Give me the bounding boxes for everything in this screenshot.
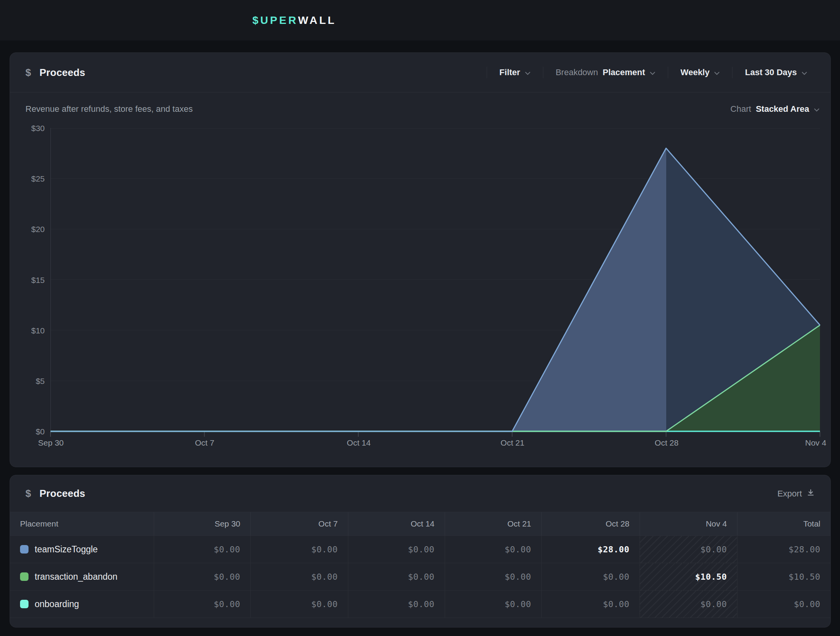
download-icon [806,488,815,499]
value-cell: $0.00 [348,536,445,563]
chart-controls: Filter Breakdown Placement Weekly [487,53,830,92]
value-cell-forecast: $10.50 [640,563,737,591]
table-panel-header: $ Proceeds Export [10,475,830,512]
value-cell: $0.00 [250,591,348,618]
value-cell: $0.00 [250,563,348,591]
col-header-sep30: Sep 30 [154,512,250,536]
y-axis-tick: $5 [13,376,45,386]
placement-name: teamSizeToggle [35,544,98,555]
total-cell: $28.00 [737,536,830,563]
value-cell: $0.00 [445,536,541,563]
breakdown-label: Breakdown [556,67,598,77]
col-header-placement: Placement [10,512,154,536]
chart-panel-header: $ Proceeds Filter Breakdown Placement [10,53,830,93]
y-axis-tick: $25 [13,174,45,184]
topbar: $UPERWALL [0,0,840,40]
superwall-logo: $UPERWALL [252,0,336,40]
dollar-icon: $ [25,488,31,500]
x-axis-tick: Oct 14 [347,438,371,448]
y-axis-tick: $30 [13,123,45,133]
value-cell: $28.00 [541,536,640,563]
chevron-down-icon [801,70,807,77]
value-cell-forecast: $0.00 [640,536,737,563]
placement-name: onboarding [35,599,79,609]
stacked-area-chart[interactable] [50,128,820,437]
value-cell: $0.00 [445,591,541,618]
value-cell-forecast: $0.00 [640,591,737,618]
total-cell: $0.00 [737,591,830,618]
placement-cell: onboarding [10,591,154,618]
chevron-down-icon [714,70,720,77]
export-label: Export [777,489,802,499]
col-header-total: Total [737,512,830,536]
y-axis-tick: $0 [13,427,45,437]
chevron-down-icon [650,70,655,77]
col-header-oct7: Oct 7 [250,512,348,536]
y-axis-tick: $15 [13,275,45,285]
logo-prefix: $UPER [252,14,298,27]
value-cell: $0.00 [154,591,250,618]
value-cell: $0.00 [154,563,250,591]
col-header-nov4: Nov 4 [640,512,737,536]
dollar-icon: $ [25,67,31,79]
interval-dropdown[interactable]: Weekly [668,53,732,92]
y-axis-tick: $10 [13,326,45,336]
chart-subtitle: Revenue after refunds, store fees, and t… [25,104,193,114]
proceeds-chart-panel: $ Proceeds Filter Breakdown Placement [10,52,831,467]
total-cell: $10.50 [737,563,830,591]
value-cell: $0.00 [250,536,348,563]
chart-type-value: Stacked Area [756,104,809,114]
date-range-value: Last 30 Days [745,67,797,77]
col-header-oct21: Oct 21 [445,512,541,536]
series-swatch [20,545,29,554]
placement-cell: teamSizeToggle [10,536,154,563]
date-range-dropdown[interactable]: Last 30 Days [732,53,820,92]
table-row: onboarding $0.00 $0.00 $0.00 $0.00 $0.00… [10,591,830,618]
page-title: Proceeds [39,67,85,79]
value-cell: $0.00 [154,536,250,563]
x-axis-tick: Oct 28 [655,438,679,448]
export-button[interactable]: Export [777,488,830,499]
interval-value: Weekly [680,67,709,77]
proceeds-table: Placement Sep 30 Oct 7 Oct 14 Oct 21 Oct… [10,512,830,618]
x-axis-tick: Oct 21 [501,438,524,448]
table-title: Proceeds [39,488,85,500]
x-axis-ticks [50,432,820,437]
col-header-oct14: Oct 14 [348,512,445,536]
placement-cell: transaction_abandon [10,563,154,591]
chevron-down-icon [525,70,531,77]
logo-suffix: WALL [298,14,336,27]
breakdown-dropdown[interactable]: Breakdown Placement [543,53,668,92]
placement-name: transaction_abandon [35,572,118,582]
chevron-down-icon [814,106,820,113]
x-axis-tick: Sep 30 [38,438,64,448]
series-swatch [20,572,29,581]
series-swatch [20,600,29,608]
filter-dropdown[interactable]: Filter [487,53,543,92]
filter-label: Filter [499,67,520,77]
value-cell: $0.00 [541,591,640,618]
chart-type-dropdown[interactable]: Chart Stacked Area [731,104,820,114]
y-axis-tick: $20 [13,224,45,234]
x-axis-tick: Oct 7 [195,438,214,448]
x-axis-tick: Nov 4 [805,438,827,448]
value-cell: $0.00 [348,563,445,591]
area-teamSizeToggle [50,148,820,431]
proceeds-table-panel: $ Proceeds Export Placement Sep 30 Oct 7… [10,475,831,628]
value-cell: $0.00 [445,563,541,591]
chart-type-label: Chart [731,104,751,114]
table-row: teamSizeToggle $0.00 $0.00 $0.00 $0.00 $… [10,536,830,563]
table-row: transaction_abandon $0.00 $0.00 $0.00 $0… [10,563,830,591]
value-cell: $0.00 [348,591,445,618]
value-cell: $0.00 [541,563,640,591]
table-header-row: Placement Sep 30 Oct 7 Oct 14 Oct 21 Oct… [10,512,830,536]
breakdown-value: Placement [603,67,645,77]
chart-subrow: Revenue after refunds, store fees, and t… [10,93,830,126]
col-header-oct28: Oct 28 [541,512,640,536]
